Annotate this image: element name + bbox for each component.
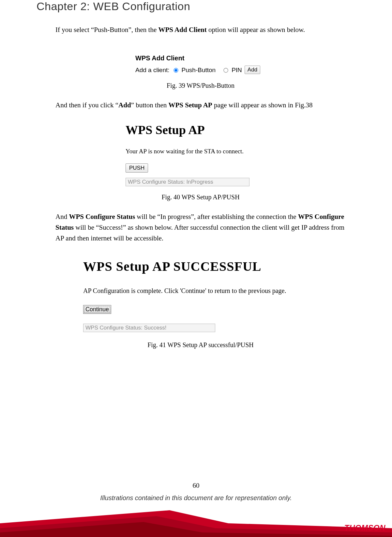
text: ” button then xyxy=(131,101,169,109)
text: And xyxy=(55,213,69,221)
text-bold: WPS Configure Status xyxy=(69,213,135,221)
wps-add-client-row: Add a client: Push-Button PIN Add xyxy=(135,65,266,75)
figure-41-caption: Fig. 41 WPS Setup AP successful/PUSH xyxy=(55,340,346,350)
footer-band xyxy=(0,510,392,537)
push-button-radio[interactable] xyxy=(173,68,178,73)
add-button[interactable]: Add xyxy=(245,66,260,74)
wps-setup-ap-title: WPS Setup AP xyxy=(126,120,276,140)
wps-add-client-title: WPS Add Client xyxy=(135,53,266,63)
text: option will appear as shown below. xyxy=(207,26,305,34)
text-bold: WPS Setup AP xyxy=(168,101,212,109)
figure-wps-setup-ap: WPS Setup AP Your AP is now waiting for … xyxy=(126,120,276,187)
text: If you select “Push-Button”, then the xyxy=(55,26,158,34)
disclaimer-text: Illustrations contained in this document… xyxy=(0,494,392,502)
figure-wps-setup-ap-successful: WPS Setup AP SUCCESSFUL AP Configuration… xyxy=(83,256,318,332)
text: page will appear as shown in Fig.38 xyxy=(212,101,313,109)
pin-option-label: PIN xyxy=(232,65,242,75)
figure-39-caption: Fig. 39 WPS/Push-Button xyxy=(55,81,346,91)
figure-40-caption: Fig. 40 WPS Setup AP/PUSH xyxy=(55,192,346,202)
text-bold: Add xyxy=(118,101,131,109)
text-bold: WPS Add Client xyxy=(158,26,207,34)
page-number: 60 xyxy=(0,482,392,490)
wps-success-subtext: AP Configuration is complete. Click 'Con… xyxy=(83,286,318,296)
paragraph-2: And then if you click “Add” button then … xyxy=(55,100,346,111)
continue-button[interactable]: Continue xyxy=(83,305,111,314)
content-body: If you select “Push-Button”, then the WP… xyxy=(55,24,346,359)
push-button[interactable]: PUSH xyxy=(126,163,148,173)
text: will be “Success!” as shown below. After… xyxy=(55,223,344,242)
paragraph-3: And WPS Configure Status will be “In pro… xyxy=(55,211,346,243)
chapter-title: Chapter 2: WEB Configuration xyxy=(37,0,190,13)
paragraph-1: If you select “Push-Button”, then the WP… xyxy=(55,24,346,35)
figure-wps-add-client: WPS Add Client Add a client: Push-Button… xyxy=(135,53,266,75)
wps-success-status-box: WPS Configure Status: Success! xyxy=(83,324,215,332)
add-client-label: Add a client: xyxy=(135,65,170,75)
text: And then if you click “ xyxy=(55,101,118,109)
wps-success-title: WPS Setup AP SUCCESSFUL xyxy=(83,256,318,277)
text: will be “In progress”, after establishin… xyxy=(135,213,298,221)
wps-setup-ap-subtext: Your AP is now waiting for the STA to co… xyxy=(126,146,276,156)
pin-radio[interactable] xyxy=(224,68,228,73)
wps-status-box: WPS Configure Status: InProgress xyxy=(126,178,249,186)
push-button-option-label: Push-Button xyxy=(182,65,216,75)
page: Chapter 2: WEB Configuration If you sele… xyxy=(0,0,392,537)
thomson-logo: THOMSON xyxy=(344,523,385,532)
